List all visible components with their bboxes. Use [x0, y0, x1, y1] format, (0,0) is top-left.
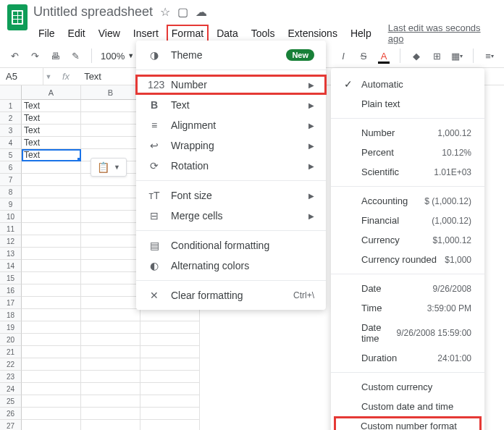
number-financial[interactable]: Financial(1,000.12): [331, 211, 484, 230]
row-header[interactable]: 2: [0, 112, 22, 125]
number-accounting[interactable]: Accounting$ (1,000.12): [331, 191, 484, 211]
cell[interactable]: [22, 309, 81, 321]
row-header[interactable]: 24: [0, 383, 22, 395]
row-header[interactable]: 6: [0, 161, 22, 174]
row-header[interactable]: 14: [0, 260, 22, 272]
row-header[interactable]: 19: [0, 321, 22, 334]
menu-tools[interactable]: Tools: [246, 25, 280, 42]
number-currency-rounded[interactable]: Currency rounded$1,000: [331, 250, 484, 269]
menu-data[interactable]: Data: [211, 25, 243, 42]
cell[interactable]: [140, 371, 200, 383]
cell[interactable]: [22, 211, 81, 223]
format-alternating[interactable]: ◐Alternating colors: [136, 256, 326, 276]
cell-ref-dropdown-icon[interactable]: ▼: [43, 73, 54, 80]
cell[interactable]: Text: [22, 137, 81, 149]
row-header[interactable]: 9: [0, 198, 22, 211]
number-percent[interactable]: Percent10.12%: [331, 143, 484, 162]
strikethrough-icon[interactable]: S: [356, 49, 371, 63]
col-header[interactable]: A: [22, 85, 81, 100]
format-text[interactable]: BText▶: [136, 95, 326, 115]
row-header[interactable]: 25: [0, 395, 22, 408]
row-header[interactable]: 15: [0, 272, 22, 284]
cell[interactable]: [22, 346, 81, 358]
cell[interactable]: [22, 383, 81, 395]
format-theme[interactable]: ◑ThemeNew: [136, 45, 326, 65]
format-merge[interactable]: ⊟Merge cells▶: [136, 206, 326, 226]
cloud-icon[interactable]: ☁: [196, 5, 207, 19]
cell[interactable]: [22, 248, 81, 260]
cell[interactable]: [22, 420, 81, 430]
cell[interactable]: [140, 420, 200, 430]
move-icon[interactable]: ▢: [177, 5, 188, 19]
last-edit-link[interactable]: Last edit was seconds ago: [388, 22, 497, 44]
cell[interactable]: [81, 408, 140, 420]
number-custom-datetime[interactable]: Custom date and time: [331, 397, 484, 416]
cell[interactable]: [140, 321, 200, 334]
cell[interactable]: [81, 383, 140, 395]
cell[interactable]: Text: [22, 112, 81, 125]
row-header[interactable]: 20: [0, 334, 22, 346]
borders-icon[interactable]: ⊞: [429, 49, 444, 63]
cell[interactable]: [81, 358, 140, 371]
cell[interactable]: [22, 198, 81, 211]
row-header[interactable]: 7: [0, 174, 22, 186]
italic-icon[interactable]: I: [336, 49, 350, 63]
undo-icon[interactable]: ↶: [7, 49, 22, 63]
text-color-icon[interactable]: A: [377, 49, 391, 63]
cell[interactable]: [81, 334, 140, 346]
cell[interactable]: [81, 346, 140, 358]
align-icon[interactable]: ≡ ▾: [482, 49, 497, 63]
cell[interactable]: [81, 395, 140, 408]
col-header[interactable]: B: [81, 85, 140, 100]
cell[interactable]: [81, 321, 140, 334]
number-automatic[interactable]: ✓Automatic: [331, 74, 484, 94]
row-header[interactable]: 5: [0, 149, 22, 161]
menu-view[interactable]: View: [93, 25, 125, 42]
cell[interactable]: [22, 161, 81, 174]
star-icon[interactable]: ☆: [160, 5, 170, 19]
cell[interactable]: [22, 223, 81, 235]
cell[interactable]: [81, 297, 140, 309]
number-custom-currency[interactable]: Custom currency: [331, 377, 484, 397]
cell[interactable]: [22, 408, 81, 420]
cell[interactable]: [140, 395, 200, 408]
cell[interactable]: [22, 371, 81, 383]
cell[interactable]: [81, 309, 140, 321]
row-header[interactable]: 22: [0, 358, 22, 371]
cell[interactable]: [22, 284, 81, 297]
cell[interactable]: [22, 321, 81, 334]
number-custom-number[interactable]: Custom number format: [334, 416, 482, 430]
cell[interactable]: [81, 112, 140, 125]
number-currency[interactable]: Currency$1,000.12: [331, 230, 484, 250]
menu-file[interactable]: File: [33, 25, 60, 42]
cell[interactable]: [81, 260, 140, 272]
cell-selected[interactable]: Text: [22, 149, 81, 161]
cell[interactable]: [22, 358, 81, 371]
format-clear[interactable]: ✕Clear formattingCtrl+\: [136, 285, 326, 305]
format-font-size[interactable]: тTFont size▶: [136, 185, 326, 206]
cell-reference[interactable]: A5: [0, 68, 43, 85]
cell[interactable]: [81, 284, 140, 297]
cell[interactable]: [81, 235, 140, 248]
cell[interactable]: [81, 198, 140, 211]
cell[interactable]: [22, 272, 81, 284]
cell[interactable]: [81, 186, 140, 198]
cell[interactable]: [81, 371, 140, 383]
menu-format[interactable]: Format: [167, 25, 209, 42]
select-all-corner[interactable]: [0, 85, 22, 100]
row-header[interactable]: 18: [0, 309, 22, 321]
row-header[interactable]: 21: [0, 346, 22, 358]
row-header[interactable]: 10: [0, 211, 22, 223]
merge-icon[interactable]: ▦ ▾: [450, 49, 464, 63]
row-header[interactable]: 13: [0, 248, 22, 260]
cell[interactable]: [81, 272, 140, 284]
zoom-select[interactable]: 100% ▼: [101, 51, 134, 62]
number-scientific[interactable]: Scientific1.01E+03: [331, 162, 484, 182]
menu-edit[interactable]: Edit: [63, 25, 91, 42]
cell[interactable]: [140, 383, 200, 395]
cell[interactable]: [81, 248, 140, 260]
menu-help[interactable]: Help: [345, 25, 377, 42]
cell[interactable]: Text: [22, 100, 81, 112]
cell[interactable]: [140, 309, 200, 321]
sheets-logo[interactable]: [7, 4, 28, 30]
